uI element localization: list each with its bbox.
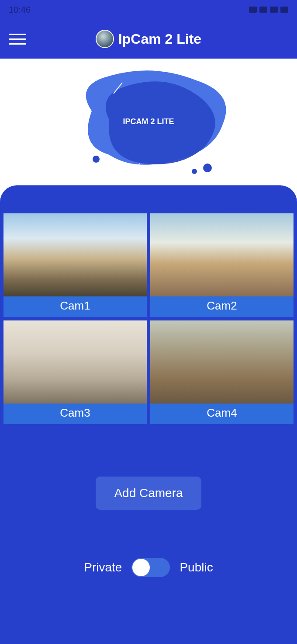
camera-thumbnail (3, 320, 147, 404)
svg-point-2 (93, 156, 100, 163)
status-time: 10:46 (9, 5, 31, 15)
camera-panel: Cam1 Cam2 Cam3 Cam4 Add Camera Private P… (0, 185, 297, 644)
app-header: IpCam 2 Lite (0, 19, 297, 59)
camera-tile-2[interactable]: Cam2 (150, 213, 294, 317)
camera-tile-3[interactable]: Cam3 (3, 320, 147, 424)
camera-grid: Cam1 Cam2 Cam3 Cam4 (0, 213, 297, 424)
hero-banner: IPCAM 2 LITE (0, 59, 297, 185)
menu-button[interactable] (9, 29, 28, 49)
camera-label: Cam1 (3, 296, 147, 317)
hero-label: IPCAM 2 LITE (123, 117, 174, 126)
visibility-toggle[interactable] (131, 558, 170, 577)
camera-thumbnail (150, 213, 294, 296)
add-camera-button[interactable]: Add Camera (96, 477, 201, 510)
hero-blob-icon: IPCAM 2 LITE (57, 59, 240, 185)
camera-label: Cam4 (150, 404, 294, 424)
visibility-toggle-row: Private Public (0, 558, 297, 577)
toggle-label-public: Public (180, 560, 213, 574)
svg-line-4 (131, 164, 140, 174)
camera-thumbnail (3, 213, 147, 296)
app-title-wrap: IpCam 2 Lite (0, 30, 297, 48)
camera-tile-4[interactable]: Cam4 (150, 320, 294, 424)
camera-tile-1[interactable]: Cam1 (3, 213, 147, 317)
camera-lens-icon (96, 30, 114, 48)
battery-icon (280, 7, 288, 13)
alarm-icon (249, 7, 257, 13)
status-icons (249, 7, 288, 13)
camera-label: Cam2 (150, 296, 294, 317)
svg-point-1 (192, 169, 197, 174)
status-bar: 10:46 (0, 0, 297, 19)
svg-point-0 (203, 164, 212, 172)
camera-label: Cam3 (3, 404, 147, 424)
signal-icon (270, 7, 278, 13)
toggle-knob-icon (132, 559, 150, 576)
camera-thumbnail (150, 320, 294, 404)
wifi-icon (259, 7, 267, 13)
toggle-label-private: Private (84, 560, 122, 574)
app-title: IpCam 2 Lite (118, 31, 201, 47)
